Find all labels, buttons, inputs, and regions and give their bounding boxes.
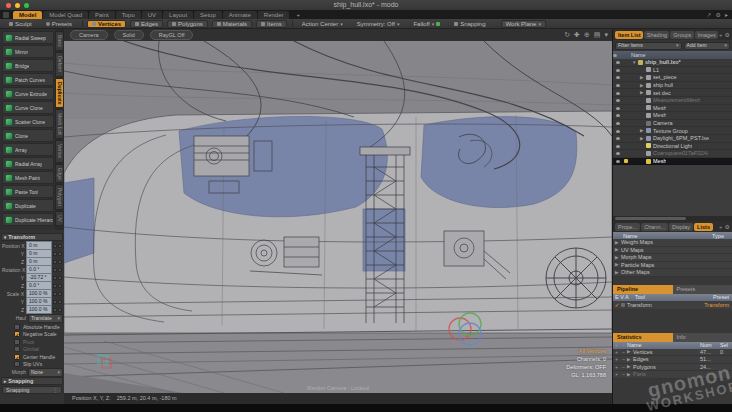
item-row-camera[interactable]: Camera [613,120,732,128]
slip-uvs-checkbox[interactable] [14,361,20,367]
list-row-particle-maps[interactable]: ▶Particle Maps [613,262,732,270]
tool-curve-clone[interactable]: Curve Clone [2,101,54,114]
tab-item-list[interactable]: Item List [615,31,643,39]
layout-tab-uv[interactable]: UV [142,11,162,19]
viewport-3d[interactable]: Camera Solid RayGL Off ↻ ✚ ⊕ ▤ ▾ [64,29,612,404]
visibility-eye-icon[interactable] [613,150,622,156]
filter-items-dropdown[interactable]: Filter Items▾ [615,42,682,50]
item-row-ship-hull-lxo[interactable]: ▼ship_hull.lxo* [613,59,732,67]
stat-row-polygons[interactable]: +–▶Polygons24... [613,364,732,372]
tool-radial-array[interactable]: Radial Array [2,157,54,170]
tool-tab-vertex[interactable]: Vertex [55,140,64,162]
stat-plus-icon[interactable]: + [613,371,620,377]
haul-dropdown[interactable]: Translate▾ [28,314,63,323]
viewport-menu-icon[interactable]: ▾ [604,30,608,40]
list-row-weight-maps[interactable]: ▶Weight Maps [613,239,732,247]
channel-dot-icon[interactable] [58,300,62,304]
item-row-daylight-6pm-pst-lxe[interactable]: ▶Daylight_6PM_PST.lxe [613,135,732,143]
sculpt-button[interactable]: Sculpt [4,20,37,28]
layout-tab-setup[interactable]: Setup [194,11,222,19]
tool-tab-uv[interactable]: UV [55,211,64,226]
channel-dot-icon[interactable] [53,300,57,304]
action-center-dropdown[interactable]: Action Center▾ [297,20,348,28]
stat-minus-icon[interactable]: – [620,371,627,377]
item-row-mesh[interactable]: Mesh [613,105,732,113]
tab-chann[interactable]: Chann... [641,223,668,231]
tab-display[interactable]: Display [669,223,693,231]
tool-mesh-paint[interactable]: Mesh Paint [2,171,54,184]
negative-scale-checkbox[interactable]: ✓ [14,331,20,337]
item-row-directional-light[interactable]: Directional Light [613,143,732,151]
viewport-shading-button[interactable]: Solid [114,30,144,40]
transform-section-header[interactable]: ▾Transform [1,233,63,241]
tab-lists[interactable]: Lists [694,223,713,231]
scale-z-field[interactable]: 100.0 % [26,305,52,314]
channel-dot-icon[interactable] [58,308,62,312]
tool-radial-sweep[interactable]: Radial Sweep [2,31,54,44]
stat-minus-icon[interactable]: – [620,356,627,362]
channel-dot-icon[interactable] [53,252,57,256]
tab-prope[interactable]: Prope... [615,223,640,231]
channel-dot-icon[interactable] [53,292,57,296]
tool-tab-polygon[interactable]: Polygon [55,184,64,210]
center-handle-checkbox[interactable]: ✓ [14,354,20,360]
stat-minus-icon[interactable]: – [620,364,627,370]
item-row-texture-group[interactable]: ▶Texture Group [613,127,732,135]
visibility-eye-icon[interactable] [613,59,622,65]
falloff-dropdown[interactable]: Falloff▾ [408,20,445,28]
panel-gear-icon[interactable]: ⚙ [725,223,730,230]
tool-duplicate[interactable]: Duplicate [2,199,54,212]
stat-plus-icon[interactable]: + [613,364,620,370]
channel-dot-icon[interactable] [53,244,57,248]
mode-button-materials[interactable]: Materials [212,20,252,28]
gear-icon[interactable]: ⚙ [716,11,721,18]
tool-curve-extrude[interactable]: Curve Extrude [2,87,54,100]
tool-patch-curves[interactable]: Patch Curves [2,73,54,86]
visibility-eye-icon[interactable] [613,143,622,149]
pan-view-icon[interactable]: ✚ [574,30,580,40]
channel-dot-icon[interactable] [58,284,62,288]
morph-dropdown[interactable]: None▾ [28,368,63,377]
visibility-eye-icon[interactable] [613,135,622,141]
tab-statistics[interactable]: Statistics [613,333,673,342]
channel-dot-icon[interactable] [53,260,57,264]
tool-tab-deform[interactable]: Deform [55,52,64,76]
channel-dot-icon[interactable] [58,244,62,248]
enabled-check-icon[interactable]: ✓ [613,301,621,308]
snapping-section-header[interactable]: ▸Snapping [1,377,63,385]
channel-dot-icon[interactable] [53,268,57,272]
list-row-other-maps[interactable]: ▶Other Maps [613,269,732,277]
visibility-eye-icon[interactable] [613,82,622,88]
viewport-options-icon[interactable]: ▤ [594,30,601,40]
tool-mirror[interactable]: Mirror [2,45,54,58]
gimbal-checkbox[interactable] [14,346,20,352]
stat-plus-icon[interactable]: + [613,349,620,355]
tool-duplicate-hierarchy[interactable]: Duplicate Hierarchy [2,213,54,226]
item-row-set-dec[interactable]: ▶set dec [613,89,732,97]
visibility-eye-icon[interactable] [613,67,622,73]
tab-pipeline[interactable]: Pipeline [613,285,673,294]
tool-paste-tool[interactable]: Paste Tool [2,185,54,198]
symmetry-dropdown[interactable]: Symmetry: Off▾ [352,20,405,28]
channel-dot-icon[interactable] [58,260,62,264]
absolute-handle-checkbox[interactable] [14,324,20,330]
channel-dot-icon[interactable] [58,268,62,272]
tab-shading[interactable]: Shading [644,31,669,39]
mode-button-vertices[interactable]: Vertices [87,20,126,28]
channel-dot-icon[interactable] [53,276,57,280]
presets-button[interactable]: Presets [41,20,77,28]
channel-dot-icon[interactable] [53,284,57,288]
stat-row-vertices[interactable]: +–▶Vertices47...0 [613,349,732,357]
item-row-coarsquare01taf02ai[interactable]: Coarsquare01TaF02AI [613,150,732,158]
add-tab-icon[interactable]: + [719,32,723,38]
tool-scatter-clone[interactable]: Scatter Clone [2,115,54,128]
tool-tab-basic[interactable]: Basic [55,31,64,51]
add-tab-icon[interactable]: + [719,224,723,230]
viewport-raygl-button[interactable]: RayGL Off [150,30,194,40]
pivot-checkbox[interactable] [14,339,20,345]
viewport-view-type-button[interactable]: Camera [70,30,108,40]
item-row-measurementmesh[interactable]: MeasurementMesh [613,97,732,105]
channel-dot-icon[interactable] [53,308,57,312]
mode-button-edges[interactable]: Edges [130,20,163,28]
pipeline-row-transform[interactable]: ✓TransformTransform [613,301,732,309]
